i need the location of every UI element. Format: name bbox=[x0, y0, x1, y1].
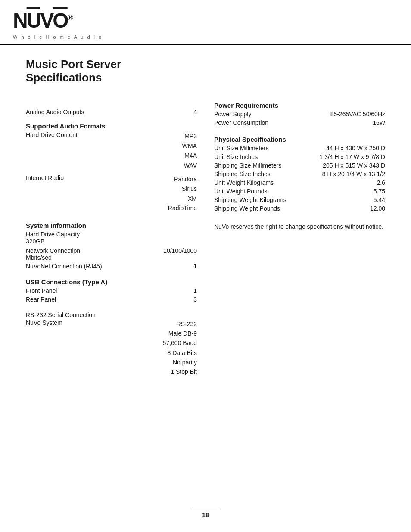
rs232-val-3: 57,600 Baud bbox=[163, 338, 197, 348]
internet-radio-row: Internet Radio Pandora Sirius XM RadioTi… bbox=[26, 174, 197, 213]
note-text: NuVo reserves the right to change specif… bbox=[214, 222, 385, 231]
rs232-nuvo-row: NuVo System RS-232 Male DB-9 57,600 Baud… bbox=[26, 319, 197, 377]
format-wma: WMA bbox=[182, 141, 197, 151]
physical-row-value: 1 3/4 H x 17 W x 9 7/8 D bbox=[319, 153, 385, 160]
rs232-val-1: RS-232 bbox=[163, 319, 197, 329]
physical-row: Shipping Weight Kilograms5.44 bbox=[214, 196, 385, 203]
rs232-val-6: 1 Stop Bit bbox=[163, 367, 197, 376]
physical-row: Unit Weight Kilograms2.6 bbox=[214, 179, 385, 186]
physical-row-label: Shipping Weight Kilograms bbox=[214, 196, 369, 203]
columns: Analog Audio Outputs 4 Supported Audio F… bbox=[26, 102, 385, 378]
page-header: NUVO® W h o l e H o m e A u d i o bbox=[0, 0, 411, 45]
logo-tagline: W h o l e H o m e A u d i o bbox=[13, 34, 103, 40]
front-panel-row: Front Panel 1 bbox=[26, 287, 197, 294]
left-column: Analog Audio Outputs 4 Supported Audio F… bbox=[26, 102, 197, 378]
physical-section: Physical Specifications Unit Size Millim… bbox=[214, 136, 385, 212]
hard-drive-values: MP3 WMA M4A WAV bbox=[182, 131, 197, 170]
nuvonet-label: NuVoNet Connection (RJ45) bbox=[26, 263, 189, 270]
hd-capacity-value: 320GB bbox=[26, 238, 197, 245]
system-info-section: System Information Hard Drive Capacity 3… bbox=[26, 222, 197, 270]
hard-drive-row: Hard Drive Content MP3 WMA M4A WAV bbox=[26, 131, 197, 170]
radio-radiotime: RadioTime bbox=[168, 203, 197, 213]
physical-row-label: Unit Size Millimeters bbox=[214, 145, 322, 152]
physical-row-label: Shipping Weight Pounds bbox=[214, 205, 366, 212]
hard-drive-label: Hard Drive Content bbox=[26, 131, 182, 170]
format-mp3: MP3 bbox=[182, 131, 197, 141]
format-wav: WAV bbox=[182, 161, 197, 170]
rs232-section: RS-232 Serial Connection NuVo System RS-… bbox=[26, 311, 197, 377]
rs232-values: RS-232 Male DB-9 57,600 Baud 8 Data Bits… bbox=[163, 319, 197, 377]
physical-row-value: 2.6 bbox=[377, 179, 385, 186]
supported-formats-section: Supported Audio Formats Hard Drive Conte… bbox=[26, 122, 197, 213]
supported-formats-header: Supported Audio Formats bbox=[26, 122, 197, 130]
page-number: 18 bbox=[202, 512, 209, 519]
physical-row: Unit Size Millimeters44 H x 430 W x 250 … bbox=[214, 145, 385, 152]
rs232-val-2: Male DB-9 bbox=[163, 329, 197, 338]
power-supply-row: Power Supply 85-265VAC 50/60Hz bbox=[214, 111, 385, 118]
physical-row-label: Unit Weight Pounds bbox=[214, 188, 369, 195]
right-column: Power Requirements Power Supply 85-265VA… bbox=[214, 102, 385, 378]
physical-row: Unit Size Inches1 3/4 H x 17 W x 9 7/8 D bbox=[214, 153, 385, 160]
nuvonet-row: NuVoNet Connection (RJ45) 1 bbox=[26, 263, 197, 270]
internet-radio-label: Internet Radio bbox=[26, 174, 168, 213]
physical-row-label: Unit Size Inches bbox=[214, 153, 315, 160]
power-section: Power Requirements Power Supply 85-265VA… bbox=[214, 102, 385, 126]
hd-capacity-label: Hard Drive Capacity bbox=[26, 231, 197, 238]
page-content: Music Port Server Specifications Analog … bbox=[0, 45, 411, 532]
analog-audio-row: Analog Audio Outputs 4 bbox=[26, 109, 197, 115]
network-label: Network Connection Mbits/sec bbox=[26, 247, 80, 261]
power-header: Power Requirements bbox=[214, 102, 385, 109]
network-row: Network Connection Mbits/sec 10/100/1000 bbox=[26, 247, 197, 261]
physical-row: Shipping Size Inches8 H x 20 1/4 W x 13 … bbox=[214, 171, 385, 177]
analog-audio-label: Analog Audio Outputs bbox=[26, 109, 189, 115]
power-consumption-value: 16W bbox=[373, 119, 385, 126]
network-value: 10/100/1000 bbox=[163, 247, 197, 254]
rs232-nuvo-label: NuVo System bbox=[26, 319, 163, 377]
physical-header: Physical Specifications bbox=[214, 136, 385, 143]
rs232-val-5: No parity bbox=[163, 358, 197, 367]
physical-row: Shipping Weight Pounds12.00 bbox=[214, 205, 385, 212]
rear-panel-value: 3 bbox=[193, 296, 197, 303]
physical-row-value: 5.75 bbox=[374, 188, 385, 195]
physical-row-value: 8 H x 20 1/4 W x 13 1/2 bbox=[322, 171, 385, 177]
physical-row-value: 205 H x 515 W x 343 D bbox=[323, 162, 385, 169]
physical-row: Unit Weight Pounds5.75 bbox=[214, 188, 385, 195]
power-supply-value: 85-265VAC 50/60Hz bbox=[330, 111, 385, 118]
system-info-header: System Information bbox=[26, 222, 197, 229]
rs232-label: RS-232 Serial Connection bbox=[26, 311, 197, 318]
page-title: Music Port Server Specifications bbox=[26, 58, 385, 84]
rear-panel-row: Rear Panel 3 bbox=[26, 296, 197, 303]
logo-container: NUVO® W h o l e H o m e A u d i o bbox=[13, 8, 103, 40]
radio-sirius: Sirius bbox=[168, 184, 197, 193]
front-panel-label: Front Panel bbox=[26, 287, 189, 294]
radio-pandora: Pandora bbox=[168, 174, 197, 184]
page-footer: 18 bbox=[0, 509, 411, 519]
rear-panel-label: Rear Panel bbox=[26, 296, 189, 303]
footer-rule bbox=[193, 509, 218, 509]
nuvo-logo: NUVO® bbox=[13, 8, 72, 34]
physical-rows: Unit Size Millimeters44 H x 430 W x 250 … bbox=[214, 145, 385, 212]
physical-row-label: Unit Weight Kilograms bbox=[214, 179, 373, 186]
physical-row-label: Shipping Size Millimeters bbox=[214, 162, 318, 169]
nuvonet-value: 1 bbox=[193, 263, 197, 270]
radio-xm: XM bbox=[168, 194, 197, 203]
physical-row-value: 12.00 bbox=[370, 205, 385, 212]
power-consumption-row: Power Consumption 16W bbox=[214, 119, 385, 126]
power-consumption-label: Power Consumption bbox=[214, 119, 368, 126]
physical-row-label: Shipping Size Inches bbox=[214, 171, 318, 177]
front-panel-value: 1 bbox=[193, 287, 197, 294]
internet-radio-values: Pandora Sirius XM RadioTime bbox=[168, 174, 197, 213]
format-m4a: M4A bbox=[182, 151, 197, 160]
power-supply-label: Power Supply bbox=[214, 111, 326, 118]
usb-section: USB Connections (Type A) Front Panel 1 R… bbox=[26, 278, 197, 303]
usb-header: USB Connections (Type A) bbox=[26, 278, 197, 286]
analog-audio-value: 4 bbox=[193, 109, 197, 115]
physical-row-value: 44 H x 430 W x 250 D bbox=[326, 145, 385, 152]
rs232-val-4: 8 Data Bits bbox=[163, 348, 197, 358]
physical-row-value: 5.44 bbox=[374, 196, 385, 203]
physical-row: Shipping Size Millimeters205 H x 515 W x… bbox=[214, 162, 385, 169]
